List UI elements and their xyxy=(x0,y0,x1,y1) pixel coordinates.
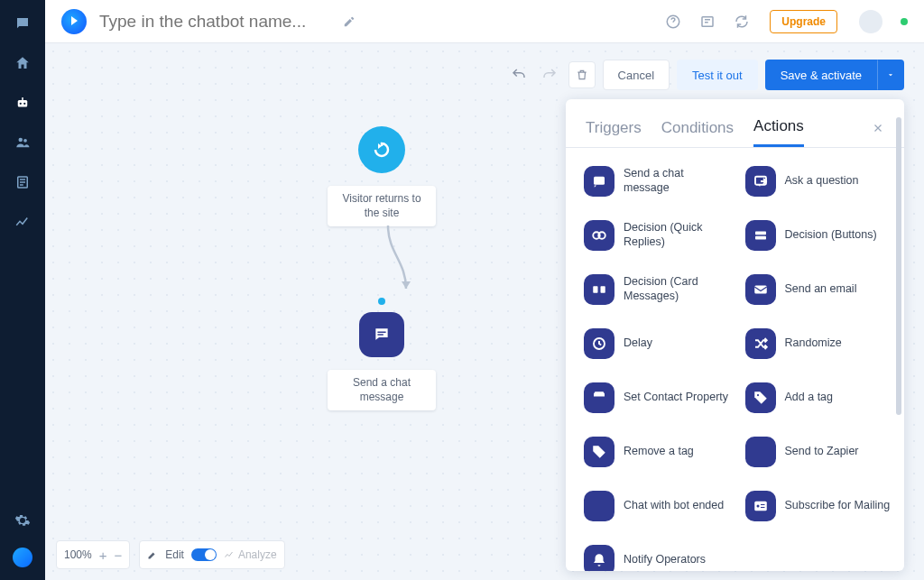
action-remove-a-tag[interactable]: Remove a tag xyxy=(578,429,736,474)
chat-message-icon xyxy=(359,312,404,357)
edit-mode-label: Edit xyxy=(165,548,184,561)
action-label: Decision (Quick Replies) xyxy=(624,221,731,249)
connector-arrow xyxy=(379,226,415,298)
svg-point-2 xyxy=(23,103,25,105)
zoom-value: 100% xyxy=(64,548,92,561)
avatar[interactable] xyxy=(859,10,882,33)
chatbot-name-input[interactable] xyxy=(97,11,332,32)
svg-point-21 xyxy=(756,504,759,507)
svg-rect-0 xyxy=(18,100,28,107)
pencil-small-icon xyxy=(147,549,158,560)
actions-panel: Triggers Conditions Actions Send a chat … xyxy=(566,99,904,571)
cancel-button[interactable]: Cancel xyxy=(603,60,670,90)
action-node[interactable]: Send a chat message xyxy=(319,298,445,410)
svg-point-19 xyxy=(756,394,758,396)
nav-analytics-icon[interactable] xyxy=(14,213,32,231)
nav-bot-icon[interactable] xyxy=(14,94,32,112)
help-icon[interactable] xyxy=(665,14,681,30)
nav-settings-icon[interactable] xyxy=(14,511,32,529)
canvas[interactable]: Cancel Test it out Save & activate Visit… xyxy=(45,43,924,580)
action-label: Remove a tag xyxy=(624,445,694,459)
refresh-icon[interactable] xyxy=(734,14,750,30)
randomize-icon xyxy=(745,328,776,359)
delay-icon xyxy=(584,328,614,359)
send-an-email-icon xyxy=(745,274,776,305)
svg-rect-9 xyxy=(594,177,605,185)
decision-buttons-icon xyxy=(745,220,776,251)
svg-rect-15 xyxy=(593,286,597,293)
ask-a-question-icon xyxy=(745,166,776,197)
action-label: Set Contact Property xyxy=(624,391,728,405)
action-label: Decision (Buttons) xyxy=(785,228,877,243)
set-contact-property-icon xyxy=(584,382,614,413)
chat-with-bot-ended-icon xyxy=(584,491,614,521)
action-subscribe-for-mailing[interactable]: Subscribe for Mailing xyxy=(740,483,898,529)
zoom-in-button[interactable]: + xyxy=(99,548,107,562)
action-decision-quick-replies[interactable]: Decision (Quick Replies) xyxy=(578,213,736,258)
svg-rect-14 xyxy=(755,236,766,240)
nav-contacts-icon[interactable] xyxy=(14,133,32,152)
test-button[interactable]: Test it out xyxy=(677,60,758,90)
subscribe-for-mailing-icon xyxy=(745,491,776,521)
mode-toggle[interactable] xyxy=(191,548,217,561)
action-send-to-zapier[interactable]: Send to Zapier xyxy=(740,429,898,474)
action-label: Ask a question xyxy=(785,174,859,189)
action-label: Add a tag xyxy=(785,391,834,405)
upgrade-button[interactable]: Upgrade xyxy=(770,10,837,33)
action-randomize[interactable]: Randomize xyxy=(740,321,898,366)
send-a-chat-message-icon xyxy=(584,166,614,197)
save-dropdown-button[interactable] xyxy=(877,60,904,90)
nav-templates-icon[interactable] xyxy=(14,173,32,191)
action-label: Send a chat message xyxy=(624,167,731,195)
undo-icon[interactable] xyxy=(507,63,531,87)
analyze-mode-label[interactable]: Analyze xyxy=(224,548,277,561)
action-send-a-chat-message[interactable]: Send a chat message xyxy=(578,159,736,204)
action-decision-buttons[interactable]: Decision (Buttons) xyxy=(740,213,898,258)
action-chat-with-bot-ended[interactable]: Chat with bot ended xyxy=(578,483,736,529)
svg-point-4 xyxy=(19,138,23,143)
canvas-toolbar: Cancel Test it out Save & activate xyxy=(507,60,904,90)
svg-rect-20 xyxy=(754,502,767,511)
panel-scrollbar[interactable] xyxy=(896,117,901,415)
tab-actions[interactable]: Actions xyxy=(753,117,804,147)
action-send-an-email[interactable]: Send an email xyxy=(740,267,898,312)
action-label: Subscribe for Mailing xyxy=(785,499,891,513)
sidebar xyxy=(0,0,45,580)
zoom-control: 100% + − xyxy=(56,540,130,569)
tab-conditions[interactable]: Conditions xyxy=(661,119,734,146)
pencil-icon[interactable] xyxy=(343,15,356,28)
svg-rect-17 xyxy=(754,285,767,293)
send-to-zapier-icon xyxy=(745,437,776,467)
action-decision-card-messages[interactable]: Decision (Card Messages) xyxy=(578,267,736,312)
svg-point-5 xyxy=(23,139,27,143)
action-label: Send an email xyxy=(785,282,857,297)
action-label: Randomize xyxy=(785,336,842,351)
redo-icon[interactable] xyxy=(538,63,561,87)
nav-home-icon[interactable] xyxy=(14,54,32,72)
status-dot xyxy=(901,18,908,25)
news-icon[interactable] xyxy=(699,14,716,30)
action-add-a-tag[interactable]: Add a tag xyxy=(740,375,898,420)
action-delay[interactable]: Delay xyxy=(578,321,736,366)
close-icon[interactable] xyxy=(872,122,884,143)
tab-triggers[interactable]: Triggers xyxy=(586,119,642,146)
brand-blob-icon xyxy=(13,548,32,567)
action-label: Delay xyxy=(624,336,652,351)
action-label: Chat with bot ended xyxy=(624,499,724,513)
add-a-tag-icon xyxy=(745,382,776,413)
delete-icon[interactable] xyxy=(568,61,596,88)
zoom-out-button[interactable]: − xyxy=(114,548,122,562)
action-label: Notify Operators xyxy=(624,553,706,567)
svg-rect-16 xyxy=(601,286,605,293)
save-activate-button[interactable]: Save & activate xyxy=(765,60,877,90)
action-set-contact-property[interactable]: Set Contact Property xyxy=(578,375,736,420)
action-ask-a-question[interactable]: Ask a question xyxy=(740,159,898,204)
brand-logo-icon xyxy=(61,9,87,34)
svg-rect-13 xyxy=(755,231,766,235)
start-node[interactable]: Visitor returns to the site xyxy=(319,126,445,226)
action-notify-operators[interactable]: Notify Operators xyxy=(578,538,736,571)
svg-point-1 xyxy=(20,103,22,105)
notify-operators-icon xyxy=(584,545,614,571)
return-arrow-icon xyxy=(358,126,405,173)
nav-chat-icon[interactable] xyxy=(14,14,32,32)
